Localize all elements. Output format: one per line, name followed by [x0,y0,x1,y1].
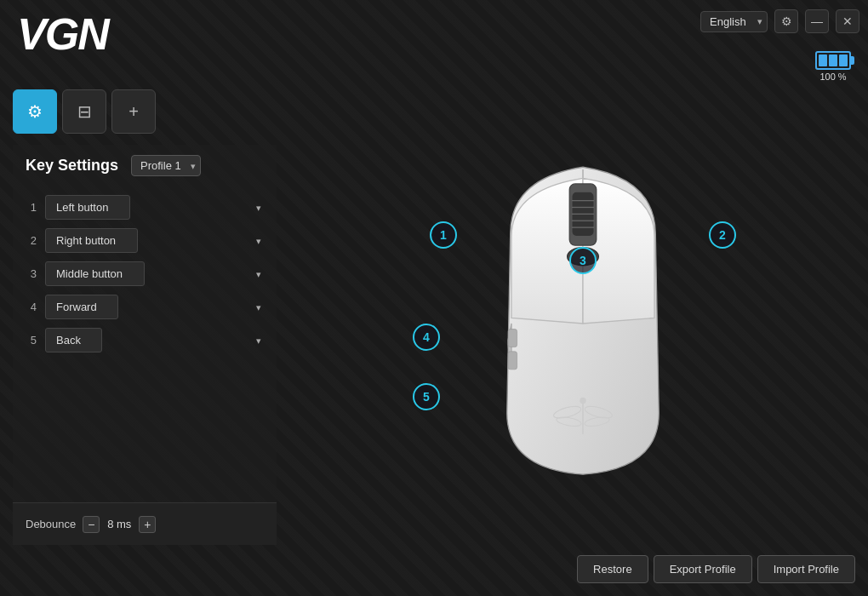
tab-key-settings[interactable]: ⚙ [13,89,57,134]
indicator-number-2: 2 [719,228,726,242]
key-dropdown-wrapper-5: Back [45,328,268,352]
indicator-3: 3 [569,247,597,274]
indicator-number-3: 3 [580,254,586,267]
indicator-2: 2 [709,221,736,249]
indicator-number-1: 1 [440,228,447,242]
indicator-4: 4 [413,324,440,351]
gear-icon: ⚙ [27,101,43,122]
close-icon: ✕ [842,14,853,28]
mouse-image [455,145,711,502]
gear-icon: ⚙ [781,14,792,28]
key-row-1: 1 Left button [21,191,268,224]
indicator-1: 1 [430,221,457,249]
debounce-minus-button[interactable]: − [83,516,100,533]
key-row-2: 2 Right button [21,224,268,257]
language-select[interactable]: English 中文 日本語 [700,11,768,32]
battery-bar [819,54,827,66]
profile-select[interactable]: Profile 1 Profile 2 Profile 3 [131,155,201,176]
key-dropdown-wrapper-1: Left button [45,195,268,220]
mouse-area: 1 2 3 4 5 [298,102,868,545]
indicator-number-5: 5 [423,390,430,404]
battery-bar-2 [829,54,837,66]
language-selector-wrapper: English 中文 日本語 [700,11,768,32]
key-list: 1 Left button 2 Right button 3 Middle bu… [13,186,277,361]
sliders-icon: ⊟ [77,101,92,122]
toolbar: ⚙ ⊟ + [13,89,156,134]
minimize-button[interactable]: — [805,9,829,33]
key-number-1: 1 [21,201,37,214]
panel-header: Key Settings Profile 1 Profile 2 Profile… [13,145,277,186]
battery-bar-3 [839,54,848,66]
key-number-3: 3 [21,267,37,280]
plus-icon: + [144,519,151,530]
key-dropdown-wrapper-2: Right button [45,228,268,253]
tab-performance[interactable]: ⊟ [62,89,106,134]
settings-button[interactable]: ⚙ [774,9,798,33]
key-dropdown-1[interactable]: Left button [45,195,130,220]
svg-rect-8 [508,330,517,347]
battery-label: 100 % [819,72,846,82]
minus-icon: − [88,519,94,530]
restore-button[interactable]: Restore [577,555,648,583]
plus-icon: + [128,102,139,122]
battery-area: 100 % [815,51,851,82]
svg-point-15 [580,398,585,404]
indicator-number-4: 4 [423,330,430,344]
key-dropdown-wrapper-3: Middle button [45,261,268,286]
minimize-icon: — [811,14,823,28]
key-dropdown-4[interactable]: Forward [45,295,118,319]
close-button[interactable]: ✕ [836,9,859,33]
indicator-5: 5 [413,383,440,410]
mouse-container: 1 2 3 4 5 [455,145,711,502]
debounce-label: Debounce [26,518,76,530]
left-panel: Key Settings Profile 1 Profile 2 Profile… [13,145,277,545]
debounce-bar: Debounce − 8 ms + [13,502,277,545]
key-dropdown-wrapper-4: Forward [45,295,268,319]
tab-add[interactable]: + [111,89,156,134]
app-logo: VGN [17,9,108,60]
key-dropdown-5[interactable]: Back [45,328,102,352]
key-dropdown-3[interactable]: Middle button [45,261,145,286]
bottom-action-buttons: Restore Export Profile Import Profile [577,555,855,583]
panel-title: Key Settings [26,157,118,175]
key-number-2: 2 [21,234,37,247]
key-number-5: 5 [21,334,37,347]
debounce-value: 8 ms [106,518,132,530]
svg-rect-9 [508,352,517,370]
profile-select-wrapper: Profile 1 Profile 2 Profile 3 [131,155,201,176]
debounce-plus-button[interactable]: + [139,516,156,533]
key-dropdown-2[interactable]: Right button [45,228,138,253]
import-profile-button[interactable]: Import Profile [757,555,855,583]
key-row-4: 4 Forward [21,290,268,324]
battery-icon [815,51,851,70]
export-profile-button[interactable]: Export Profile [654,555,752,583]
key-row-3: 3 Middle button [21,257,268,290]
titlebar: English 中文 日本語 ⚙ — ✕ [0,0,868,43]
key-number-4: 4 [21,301,37,313]
key-row-5: 5 Back [21,324,268,357]
